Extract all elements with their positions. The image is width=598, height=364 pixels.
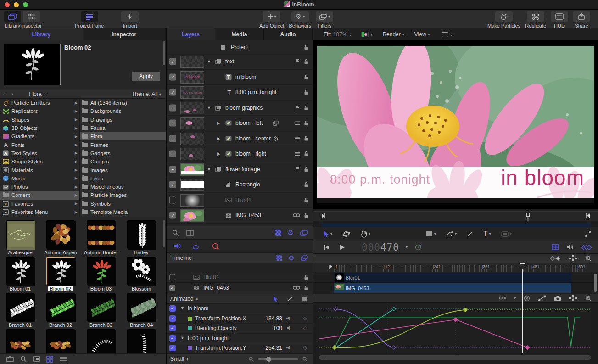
layer-activation-checkbox[interactable]: ✓: [169, 181, 176, 188]
flag-icon[interactable]: [295, 105, 300, 111]
library-item[interactable]: [81, 329, 121, 353]
lock-icon[interactable]: [304, 197, 309, 203]
category-replicators[interactable]: Replicators▶: [0, 107, 79, 115]
lock-icon[interactable]: [304, 120, 309, 126]
gear-badge-icon[interactable]: ⚙: [273, 135, 279, 142]
layer-name[interactable]: flower footage: [225, 166, 260, 173]
layer-activation-checkbox[interactable]: ✓: [169, 58, 176, 65]
theme-filter[interactable]: Theme: All ▾: [132, 91, 161, 97]
layer-activation-checkbox[interactable]: ✓: [169, 89, 176, 96]
item-thumbnail[interactable]: [46, 293, 75, 321]
tab-inspector[interactable]: Inspector: [83, 28, 166, 40]
layer-row-bloom-right[interactable]: −▶bloom - right: [167, 146, 313, 162]
lock-icon[interactable]: [304, 213, 309, 218]
layer-row-8-00-p-m-tonight[interactable]: ✓8:00 p.m. tonightT8:00 p.m. tonight: [167, 85, 313, 101]
disclosure-arrow-icon[interactable]: ▶: [75, 134, 78, 139]
clone-badge-icon[interactable]: [273, 120, 279, 126]
library-item-autumn-border[interactable]: Autumn Border: [81, 220, 121, 255]
snapping-icon[interactable]: [569, 295, 577, 301]
canvas[interactable]: 8:00 p.m. tonight in bloom: [313, 40, 598, 209]
lock-icon[interactable]: [304, 105, 309, 111]
folder-fauna[interactable]: Fauna: [80, 124, 166, 132]
parameter-value[interactable]: -254.31: [263, 345, 282, 351]
stack-icon[interactable]: [294, 121, 300, 126]
category-shapes[interactable]: Shapes▶: [0, 116, 79, 124]
breadcrumb-location[interactable]: Flora: [29, 91, 41, 97]
layer-name[interactable]: in bloom: [235, 74, 256, 80]
track-scrollbar[interactable]: [594, 274, 597, 292]
layer-name[interactable]: IMG_0453: [203, 285, 229, 291]
disclosure-triangle[interactable]: ▶: [217, 121, 220, 125]
parameter-value[interactable]: 100: [273, 325, 282, 331]
item-thumbnail[interactable]: [87, 220, 115, 249]
share-button[interactable]: Share: [573, 11, 590, 28]
lock-icon[interactable]: [304, 90, 309, 95]
library-item-bloom-02[interactable]: Bloom 02: [40, 257, 81, 291]
disclosure-arrow-icon[interactable]: ▶: [75, 151, 78, 155]
track-blur01[interactable]: Blur01: [313, 272, 598, 283]
library-item-blossom[interactable]: Blossom: [121, 257, 162, 291]
timecode-menu-chevron[interactable]: ▾: [406, 245, 408, 249]
back-button[interactable]: ‹: [3, 91, 5, 97]
library-item-autumn-aspen[interactable]: Autumn Aspen: [40, 220, 81, 255]
item-thumbnail[interactable]: [127, 329, 156, 353]
zoom-out-icon[interactable]: [248, 356, 254, 362]
curve-visibility-checkbox[interactable]: ✓: [169, 335, 176, 342]
library-item-branch-04[interactable]: Branch 04: [121, 293, 162, 328]
lock-icon[interactable]: [304, 135, 309, 141]
folder-backgrounds[interactable]: Backgrounds: [80, 107, 166, 115]
folder-miscellaneous[interactable]: Miscellaneous: [80, 183, 166, 191]
disclosure-arrow-icon[interactable]: ▶: [75, 202, 78, 206]
curve-visibility-checkbox[interactable]: ✓: [169, 305, 176, 312]
clear-keyframe-icon[interactable]: [550, 256, 560, 261]
lock-icon[interactable]: [304, 59, 309, 65]
loop-playback-icon[interactable]: [192, 243, 201, 249]
timeline-layer-img_0453[interactable]: ✓IMG_0453: [167, 283, 313, 293]
add-keyframe-icon[interactable]: ◇: [303, 345, 307, 351]
layer-row-bloom-center[interactable]: −▶bloom - center⚙: [167, 131, 313, 147]
item-thumbnail[interactable]: [127, 220, 156, 249]
track-bar-blur01[interactable]: Blur01: [334, 273, 571, 282]
show-timeline-icon[interactable]: [552, 244, 559, 250]
select-tool[interactable]: ▾: [324, 230, 332, 237]
behaviors-button[interactable]: ⚙▾Behaviors: [289, 11, 311, 28]
layer-activation-checkbox[interactable]: −: [169, 166, 176, 173]
category-favorites-menu[interactable]: ★Favorites Menu▶: [0, 208, 79, 216]
layer-name[interactable]: text: [225, 58, 234, 65]
lock-icon[interactable]: [304, 74, 309, 80]
canvas-mini-timeline[interactable]: [313, 211, 598, 221]
project-pane-button[interactable]: Project Pane: [75, 11, 104, 28]
layer-activation-checkbox[interactable]: −: [169, 104, 176, 111]
line-tool[interactable]: [467, 231, 473, 237]
layer-row-flower-footage[interactable]: −▼flower footage: [167, 162, 313, 178]
layer-row-bloom-left[interactable]: −▶bloom - left: [167, 116, 313, 131]
layer-row-blur01[interactable]: Blur01: [167, 193, 313, 208]
keyframe-curve-graph[interactable]: [319, 303, 591, 353]
thumbnail-scrollbar[interactable]: [163, 220, 165, 247]
lock-icon[interactable]: [304, 285, 309, 291]
layer-name[interactable]: Project: [231, 44, 248, 50]
library-item[interactable]: [40, 329, 81, 353]
disclosure-triangle[interactable]: ▼: [180, 306, 184, 310]
apply-button[interactable]: Apply: [132, 72, 160, 81]
kf-param-in-bloom[interactable]: ✓▼in bloom: [167, 304, 313, 314]
layer-activation-checkbox[interactable]: −: [169, 135, 176, 142]
category-content[interactable]: Content▶: [0, 191, 79, 199]
go-to-start-button[interactable]: [324, 245, 330, 250]
disclosure-arrow-icon[interactable]: ▶: [75, 160, 78, 164]
item-thumbnail[interactable]: [6, 293, 34, 321]
library-item-bloom-03[interactable]: Bloom 03: [81, 257, 121, 291]
show-masks-icon[interactable]: [275, 230, 281, 236]
kf-param-transform-position-x[interactable]: ✓Transform.Position.X134.83◀❘◇: [167, 314, 313, 324]
link-icon[interactable]: [293, 213, 300, 218]
category-shape-styles[interactable]: Shape Styles▶: [0, 157, 79, 166]
timing-display-icon[interactable]: [415, 244, 422, 251]
show-audio-icon[interactable]: [566, 244, 574, 250]
curve-set-select[interactable]: Animated: [170, 296, 194, 302]
snapshot-icon[interactable]: [554, 296, 561, 301]
zoom-slider-track[interactable]: [258, 358, 298, 360]
filter-window-icon[interactable]: [186, 230, 194, 236]
fit-curves-icon[interactable]: [538, 295, 546, 301]
playhead[interactable]: [522, 263, 523, 353]
layer-name[interactable]: Blur01: [235, 197, 251, 203]
